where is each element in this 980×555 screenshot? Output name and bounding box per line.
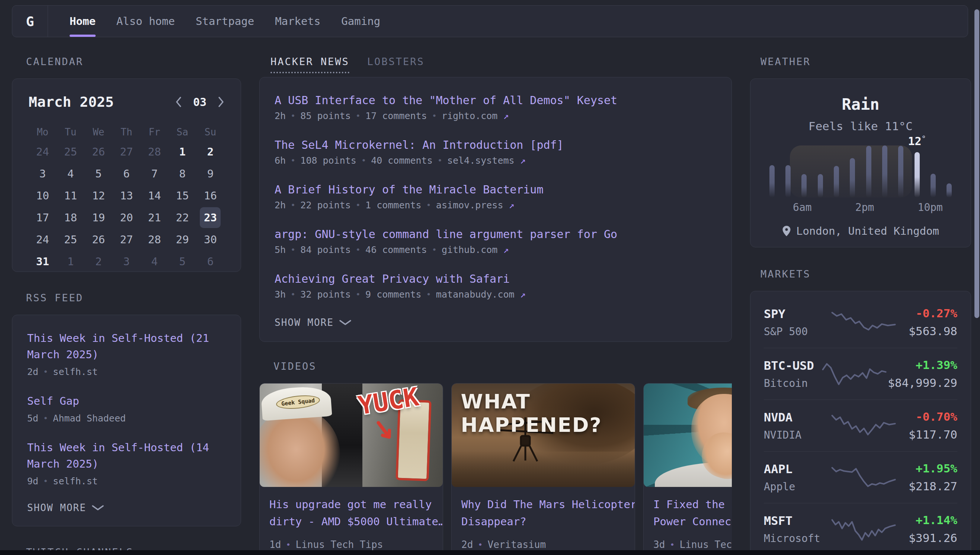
video-card[interactable]: DOTHTI Fixed the 5Power Connect3d•Linus …: [643, 383, 732, 555]
weekday-label: Sa: [168, 127, 196, 138]
market-name: NVIDIA: [764, 429, 831, 441]
calendar-day[interactable]: 17: [29, 207, 56, 228]
calendar-day[interactable]: 24: [29, 141, 56, 162]
nav-item-startpage[interactable]: Startpage: [196, 6, 254, 37]
hn-item-domain[interactable]: righto.com ↗: [442, 111, 509, 121]
market-sparkline: [821, 362, 888, 386]
calendar-day[interactable]: 26: [85, 228, 112, 250]
video-channel[interactable]: Veritasium: [488, 539, 546, 550]
calendar-next-icon[interactable]: [218, 96, 225, 107]
calendar-day[interactable]: 26: [85, 141, 112, 162]
calendar-day[interactable]: 4: [141, 250, 168, 272]
calendar-day[interactable]: 4: [56, 162, 85, 184]
calendar-day[interactable]: 15: [168, 184, 196, 207]
video-card[interactable]: WHAT HAPPENED?Why Did The Mars Helicopte…: [451, 383, 635, 555]
hn-item-comments[interactable]: 46 comments: [366, 244, 427, 255]
rss-item-title[interactable]: Self Gap: [27, 393, 226, 409]
hn-item-domain[interactable]: github.com ↗: [442, 244, 509, 255]
hn-show-more-button[interactable]: SHOW MORE: [274, 317, 351, 328]
calendar-day[interactable]: 30: [196, 228, 225, 250]
calendar-day[interactable]: 18: [56, 207, 85, 228]
rss-item-title[interactable]: This Week in Self-Hosted (21 March 2025): [27, 330, 226, 363]
video-thumbnail[interactable]: Geek SquadYUCK: [260, 383, 443, 487]
hn-item-title[interactable]: A USB Interface to the "Mother of All De…: [274, 94, 717, 107]
market-row-msft[interactable]: MSFTMicrosoft+1.14%$391.26: [764, 503, 957, 555]
tab-lobsters[interactable]: LOBSTERS: [367, 56, 425, 72]
hn-item-domain[interactable]: matanabudy.com ↗: [436, 289, 526, 300]
market-name: S&P 500: [764, 326, 831, 338]
calendar-day[interactable]: 9: [196, 162, 225, 184]
calendar-day[interactable]: 2: [85, 250, 112, 272]
calendar-day[interactable]: 29: [168, 228, 196, 250]
calendar-day[interactable]: 16: [196, 184, 225, 207]
calendar-day[interactable]: 27: [112, 141, 140, 162]
calendar-day[interactable]: 28: [141, 228, 168, 250]
hn-item-title[interactable]: Achieving Great Privacy with Safari: [274, 272, 717, 285]
calendar-day[interactable]: 24: [29, 228, 56, 250]
calendar-day[interactable]: 1: [168, 141, 196, 162]
nav-item-also-home[interactable]: Also home: [117, 6, 175, 37]
hn-item-comments[interactable]: 17 comments: [366, 111, 427, 121]
calendar-day[interactable]: 22: [168, 207, 196, 228]
calendar-day[interactable]: 28: [141, 141, 168, 162]
calendar-day[interactable]: 13: [112, 184, 140, 207]
calendar-day[interactable]: 2: [196, 141, 225, 162]
hn-item-comments[interactable]: 9 comments: [366, 289, 422, 300]
video-title[interactable]: I Fixed the 5Power Connect: [653, 496, 732, 530]
calendar-day[interactable]: 8: [168, 162, 196, 184]
video-channel[interactable]: Linus Tech Tips: [296, 539, 383, 550]
hn-item-title[interactable]: A Brief History of the Miracle Bacterium: [274, 183, 717, 196]
rss-show-more-button[interactable]: SHOW MORE: [27, 502, 104, 513]
calendar-day[interactable]: 25: [56, 141, 85, 162]
video-thumbnail[interactable]: WHAT HAPPENED?: [452, 383, 635, 487]
video-card[interactable]: Geek SquadYUCKHis upgrade got me reallyd…: [259, 383, 443, 555]
calendar-day[interactable]: 21: [141, 207, 168, 228]
video-title[interactable]: Why Did The Mars HelicopterDisappear?: [461, 496, 625, 530]
hn-item-title[interactable]: argp: GNU-style command line argument pa…: [274, 228, 717, 241]
rss-item-title[interactable]: This Week in Self-Hosted (14 March 2025): [27, 440, 226, 472]
hn-item-domain[interactable]: asimov.press ↗: [436, 200, 515, 210]
video-channel[interactable]: Linus Tec: [680, 539, 732, 550]
market-row-spy[interactable]: SPYS&P 500-0.27%$563.98: [764, 297, 957, 348]
calendar-day[interactable]: 3: [112, 250, 140, 272]
video-thumbnail[interactable]: DOTHT: [644, 383, 732, 487]
calendar-day[interactable]: 5: [85, 162, 112, 184]
weather-heading: WEATHER: [760, 56, 971, 67]
nav-item-home[interactable]: Home: [70, 6, 96, 37]
calendar-day[interactable]: 5: [168, 250, 196, 272]
calendar-day[interactable]: 6: [112, 162, 140, 184]
market-row-aapl[interactable]: AAPLApple+1.95%$218.27: [764, 451, 957, 503]
hn-item-comments[interactable]: 40 comments: [371, 155, 433, 166]
calendar-day[interactable]: 12: [85, 184, 112, 207]
calendar-day[interactable]: 25: [56, 228, 85, 250]
market-symbol[interactable]: MSFT: [764, 514, 831, 528]
calendar-day[interactable]: 11: [56, 184, 85, 207]
hn-item-comments[interactable]: 1 comments: [366, 200, 422, 210]
market-symbol[interactable]: SPY: [764, 307, 831, 321]
market-symbol[interactable]: AAPL: [764, 462, 831, 476]
nav-item-markets[interactable]: Markets: [275, 6, 320, 37]
calendar-day[interactable]: 31: [29, 250, 56, 272]
calendar-day[interactable]: 19: [85, 207, 112, 228]
calendar-day[interactable]: 6: [196, 250, 225, 272]
calendar-day[interactable]: 20: [112, 207, 140, 228]
calendar-day[interactable]: 1: [56, 250, 85, 272]
calendar-day[interactable]: 7: [141, 162, 168, 184]
calendar-day[interactable]: 14: [141, 184, 168, 207]
market-row-btc-usd[interactable]: BTC-USDBitcoin+1.39%$84,999.29: [764, 348, 957, 399]
calendar-day[interactable]: 3: [29, 162, 56, 184]
market-row-nvda[interactable]: NVDANVIDIA-0.70%$117.70: [764, 399, 957, 451]
nav-item-gaming[interactable]: Gaming: [341, 6, 380, 37]
market-symbol[interactable]: BTC-USD: [764, 359, 821, 373]
video-title[interactable]: His upgrade got me reallydirty - AMD $50…: [269, 496, 433, 530]
app-logo[interactable]: G: [12, 6, 48, 37]
market-symbol[interactable]: NVDA: [764, 410, 831, 424]
calendar-day[interactable]: 10: [29, 184, 56, 207]
calendar-prev-icon[interactable]: [175, 96, 182, 107]
calendar-day[interactable]: 27: [112, 228, 140, 250]
tab-hacker-news[interactable]: HACKER NEWS: [271, 56, 350, 73]
page-scrollbar[interactable]: [974, 9, 979, 318]
hn-item-domain[interactable]: sel4.systems ↗: [447, 155, 526, 166]
hn-item-title[interactable]: The SeL4 Microkernel: An Introduction [p…: [274, 138, 717, 151]
calendar-day-today[interactable]: 23: [196, 207, 225, 228]
